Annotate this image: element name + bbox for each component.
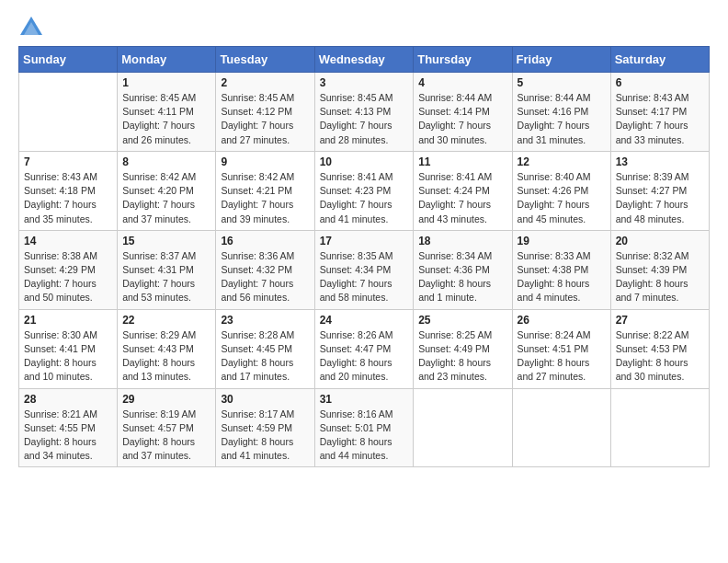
calendar-cell: 27Sunrise: 8:22 AMSunset: 4:53 PMDayligh… — [610, 309, 709, 388]
logo-icon — [18, 15, 44, 40]
calendar-week-1: 1Sunrise: 8:45 AMSunset: 4:11 PMDaylight… — [19, 73, 710, 152]
calendar-cell: 21Sunrise: 8:30 AMSunset: 4:41 PMDayligh… — [19, 309, 118, 388]
day-number: 16 — [221, 235, 309, 247]
cell-details: Sunrise: 8:40 AMSunset: 4:26 PMDaylight:… — [518, 170, 606, 226]
cell-details: Sunrise: 8:33 AMSunset: 4:38 PMDaylight:… — [518, 249, 606, 305]
calendar-cell: 14Sunrise: 8:38 AMSunset: 4:29 PMDayligh… — [19, 230, 118, 309]
day-number: 26 — [518, 314, 606, 327]
day-number: 27 — [616, 314, 704, 327]
day-number: 22 — [122, 314, 210, 327]
calendar-cell: 2Sunrise: 8:45 AMSunset: 4:12 PMDaylight… — [216, 73, 314, 152]
cell-details: Sunrise: 8:45 AMSunset: 4:13 PMDaylight:… — [320, 91, 409, 147]
col-header-monday: Monday — [118, 47, 216, 73]
calendar-cell: 22Sunrise: 8:29 AMSunset: 4:43 PMDayligh… — [118, 309, 216, 388]
cell-details: Sunrise: 8:42 AMSunset: 4:20 PMDaylight:… — [122, 170, 210, 226]
cell-details: Sunrise: 8:21 AMSunset: 4:55 PMDaylight:… — [24, 408, 112, 464]
cell-details: Sunrise: 8:45 AMSunset: 4:12 PMDaylight:… — [221, 91, 309, 147]
cell-details: Sunrise: 8:44 AMSunset: 4:14 PMDaylight:… — [418, 91, 506, 147]
calendar-cell: 12Sunrise: 8:40 AMSunset: 4:26 PMDayligh… — [512, 151, 610, 230]
cell-details: Sunrise: 8:28 AMSunset: 4:45 PMDaylight:… — [221, 328, 309, 385]
calendar-week-2: 7Sunrise: 8:43 AMSunset: 4:18 PMDaylight… — [19, 151, 710, 230]
calendar-cell: 10Sunrise: 8:41 AMSunset: 4:23 PMDayligh… — [314, 151, 414, 230]
day-number: 23 — [221, 314, 309, 327]
col-header-sunday: Sunday — [19, 47, 118, 73]
cell-details: Sunrise: 8:43 AMSunset: 4:17 PMDaylight:… — [616, 91, 704, 147]
calendar-cell: 13Sunrise: 8:39 AMSunset: 4:27 PMDayligh… — [610, 151, 709, 230]
calendar-cell: 17Sunrise: 8:35 AMSunset: 4:34 PMDayligh… — [314, 230, 414, 309]
calendar-cell: 28Sunrise: 8:21 AMSunset: 4:55 PMDayligh… — [19, 388, 118, 467]
day-number: 15 — [122, 235, 210, 247]
calendar-cell: 11Sunrise: 8:41 AMSunset: 4:24 PMDayligh… — [414, 151, 512, 230]
day-number: 24 — [320, 314, 409, 327]
calendar-cell: 6Sunrise: 8:43 AMSunset: 4:17 PMDaylight… — [610, 73, 709, 152]
calendar-cell — [414, 388, 512, 467]
cell-details: Sunrise: 8:29 AMSunset: 4:43 PMDaylight:… — [122, 328, 210, 385]
cell-details: Sunrise: 8:41 AMSunset: 4:24 PMDaylight:… — [418, 170, 506, 226]
col-header-saturday: Saturday — [610, 47, 709, 73]
cell-details: Sunrise: 8:22 AMSunset: 4:53 PMDaylight:… — [616, 328, 704, 385]
cell-details: Sunrise: 8:45 AMSunset: 4:11 PMDaylight:… — [122, 91, 210, 147]
col-header-friday: Friday — [512, 47, 610, 73]
calendar-cell: 23Sunrise: 8:28 AMSunset: 4:45 PMDayligh… — [216, 309, 314, 388]
calendar-cell: 29Sunrise: 8:19 AMSunset: 4:57 PMDayligh… — [118, 388, 216, 467]
calendar-cell: 24Sunrise: 8:26 AMSunset: 4:47 PMDayligh… — [314, 309, 414, 388]
day-number: 3 — [320, 76, 409, 89]
col-header-thursday: Thursday — [414, 47, 512, 73]
cell-details: Sunrise: 8:43 AMSunset: 4:18 PMDaylight:… — [24, 170, 112, 226]
cell-details: Sunrise: 8:34 AMSunset: 4:36 PMDaylight:… — [418, 249, 506, 305]
cell-details: Sunrise: 8:38 AMSunset: 4:29 PMDaylight:… — [24, 249, 112, 305]
calendar-cell: 25Sunrise: 8:25 AMSunset: 4:49 PMDayligh… — [414, 309, 512, 388]
calendar-cell: 30Sunrise: 8:17 AMSunset: 4:59 PMDayligh… — [216, 388, 314, 467]
calendar-cell: 7Sunrise: 8:43 AMSunset: 4:18 PMDaylight… — [19, 151, 118, 230]
calendar-cell — [19, 73, 118, 152]
calendar-cell: 9Sunrise: 8:42 AMSunset: 4:21 PMDaylight… — [216, 151, 314, 230]
calendar-week-3: 14Sunrise: 8:38 AMSunset: 4:29 PMDayligh… — [19, 230, 710, 309]
calendar-cell — [512, 388, 610, 467]
page: SundayMondayTuesdayWednesdayThursdayFrid… — [0, 0, 728, 477]
col-header-wednesday: Wednesday — [314, 47, 414, 73]
cell-details: Sunrise: 8:44 AMSunset: 4:16 PMDaylight:… — [518, 91, 606, 147]
calendar-cell: 26Sunrise: 8:24 AMSunset: 4:51 PMDayligh… — [512, 309, 610, 388]
calendar-cell: 4Sunrise: 8:44 AMSunset: 4:14 PMDaylight… — [414, 73, 512, 152]
cell-details: Sunrise: 8:35 AMSunset: 4:34 PMDaylight:… — [320, 249, 409, 305]
calendar-week-4: 21Sunrise: 8:30 AMSunset: 4:41 PMDayligh… — [19, 309, 710, 388]
day-number: 29 — [122, 393, 210, 406]
calendar-cell: 5Sunrise: 8:44 AMSunset: 4:16 PMDaylight… — [512, 73, 610, 152]
day-number: 21 — [24, 314, 112, 327]
day-number: 12 — [518, 155, 606, 168]
calendar-cell: 31Sunrise: 8:16 AMSunset: 5:01 PMDayligh… — [314, 388, 414, 467]
cell-details: Sunrise: 8:42 AMSunset: 4:21 PMDaylight:… — [221, 170, 309, 226]
day-number: 5 — [518, 76, 606, 89]
header — [18, 15, 710, 40]
day-number: 31 — [320, 393, 409, 406]
calendar-cell: 16Sunrise: 8:36 AMSunset: 4:32 PMDayligh… — [216, 230, 314, 309]
day-number: 13 — [616, 155, 704, 168]
day-number: 25 — [418, 314, 506, 327]
day-number: 28 — [24, 393, 112, 406]
day-number: 14 — [24, 235, 112, 247]
col-header-tuesday: Tuesday — [216, 47, 314, 73]
calendar-table: SundayMondayTuesdayWednesdayThursdayFrid… — [18, 46, 710, 467]
cell-details: Sunrise: 8:16 AMSunset: 5:01 PMDaylight:… — [320, 408, 409, 464]
day-number: 10 — [320, 155, 409, 168]
calendar-cell: 20Sunrise: 8:32 AMSunset: 4:39 PMDayligh… — [610, 230, 709, 309]
day-number: 11 — [418, 155, 506, 168]
cell-details: Sunrise: 8:30 AMSunset: 4:41 PMDaylight:… — [24, 328, 112, 385]
cell-details: Sunrise: 8:39 AMSunset: 4:27 PMDaylight:… — [616, 170, 704, 226]
calendar-cell — [610, 388, 709, 467]
cell-details: Sunrise: 8:37 AMSunset: 4:31 PMDaylight:… — [122, 249, 210, 305]
day-number: 7 — [24, 155, 112, 168]
cell-details: Sunrise: 8:19 AMSunset: 4:57 PMDaylight:… — [122, 408, 210, 464]
calendar-cell: 19Sunrise: 8:33 AMSunset: 4:38 PMDayligh… — [512, 230, 610, 309]
day-number: 1 — [122, 76, 210, 89]
day-number: 8 — [122, 155, 210, 168]
day-number: 2 — [221, 76, 309, 89]
cell-details: Sunrise: 8:17 AMSunset: 4:59 PMDaylight:… — [221, 408, 309, 464]
cell-details: Sunrise: 8:41 AMSunset: 4:23 PMDaylight:… — [320, 170, 409, 226]
day-number: 9 — [221, 155, 309, 168]
calendar-cell: 18Sunrise: 8:34 AMSunset: 4:36 PMDayligh… — [414, 230, 512, 309]
day-number: 6 — [616, 76, 704, 89]
cell-details: Sunrise: 8:36 AMSunset: 4:32 PMDaylight:… — [221, 249, 309, 305]
calendar-cell: 8Sunrise: 8:42 AMSunset: 4:20 PMDaylight… — [118, 151, 216, 230]
calendar-cell: 15Sunrise: 8:37 AMSunset: 4:31 PMDayligh… — [118, 230, 216, 309]
